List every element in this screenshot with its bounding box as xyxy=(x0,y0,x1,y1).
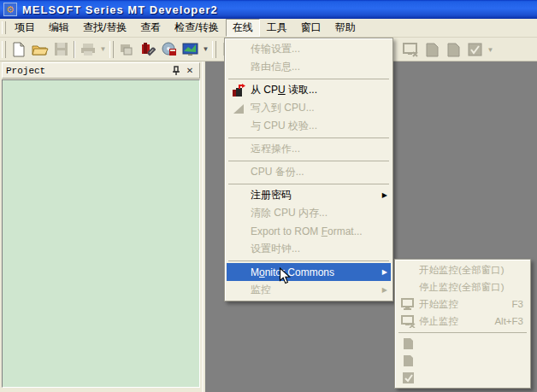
menu-help[interactable]: 帮助 xyxy=(328,19,363,37)
window-title: MELSOFT Series MT Developer2 xyxy=(22,3,218,16)
menu-item-monitor[interactable]: 监控▶ xyxy=(227,281,391,299)
menu-separator xyxy=(228,161,389,161)
stop-monitor-icon xyxy=(403,43,419,57)
submenu-arrow-icon: ▶ xyxy=(379,268,391,276)
device-test-button[interactable] xyxy=(464,39,486,60)
submenu-item-start-monitor-all-windows[interactable]: 开始监控(全部窗口) xyxy=(397,261,528,278)
save-project-button[interactable] xyxy=(50,39,72,60)
new-project-button[interactable] xyxy=(8,39,29,60)
toolbar-separator xyxy=(74,41,75,58)
device-test-icon xyxy=(468,43,483,57)
submenu-item-stop-monitor-all-windows[interactable]: 停止监控(全部窗口) xyxy=(397,278,528,295)
write-to-cpu-icon xyxy=(232,102,245,115)
submenu-arrow-icon: ▶ xyxy=(379,286,391,294)
page-icon xyxy=(425,42,440,57)
monitor-commons-submenu: 开始监控(全部窗口) 停止监控(全部窗口) 开始监控 F3 停止监控 Alt+F… xyxy=(394,259,531,389)
melsoft-window: { "window": { "title": "MELSOFT Series M… xyxy=(0,0,537,392)
menu-separator xyxy=(398,332,527,333)
menu-item-write-to-cpu[interactable]: 写入到 CPU... xyxy=(227,99,391,117)
open-folder-icon xyxy=(32,43,49,56)
menu-item-transfer-setup[interactable]: 传输设置... xyxy=(227,40,391,58)
menu-project[interactable]: 项目 xyxy=(8,19,42,37)
project-panel-title: Project xyxy=(6,66,168,76)
submenu-item-device-test[interactable] xyxy=(397,369,528,386)
menu-separator xyxy=(228,260,389,261)
device-entry-monitor-icon xyxy=(402,354,415,367)
new-file-icon xyxy=(11,42,26,57)
window-copy-button[interactable] xyxy=(115,39,137,60)
menu-bar: 项目 编辑 查找/替换 查看 检查/转换 在线 工具 窗口 帮助 xyxy=(0,19,537,38)
menu-item-register-password[interactable]: 注册密码▶ xyxy=(227,186,391,204)
project-panel-header: Project ✕ xyxy=(2,62,200,79)
menu-check-convert[interactable]: 检查/转换 xyxy=(168,19,225,37)
menu-tools[interactable]: 工具 xyxy=(260,19,294,37)
page-button-1[interactable] xyxy=(422,39,443,60)
menu-item-verify-with-cpu[interactable]: 与 CPU 校验... xyxy=(227,117,391,135)
menu-item-clear-cpu-memory[interactable]: 清除 CPU 内存... xyxy=(227,204,391,222)
toolbar-grip[interactable] xyxy=(212,41,216,58)
menu-find-replace[interactable]: 查找/替换 xyxy=(76,19,133,37)
device-test-icon xyxy=(402,372,415,384)
start-monitor-icon xyxy=(401,298,416,311)
right-dropdown-arrow-icon[interactable]: ▼ xyxy=(486,39,495,60)
menu-item-monitor-commons[interactable]: Monitor Commons▶ xyxy=(227,263,391,281)
menu-item-cpu-backup[interactable]: CPU 备份... xyxy=(227,163,391,181)
menu-view[interactable]: 查看 xyxy=(133,19,168,37)
menubar-grip[interactable] xyxy=(2,21,6,34)
submenu-item-start-monitor[interactable]: 开始监控 F3 xyxy=(397,295,528,313)
submenu-item-stop-monitor[interactable]: 停止监控 Alt+F3 xyxy=(397,313,528,330)
write-to-cpu-icon xyxy=(140,42,156,56)
toolbar-right-group: ▼ xyxy=(400,39,495,60)
read-from-cpu-icon xyxy=(232,84,245,97)
page-icon xyxy=(446,42,461,57)
shortcut-label: Alt+F3 xyxy=(494,316,523,326)
monitor-mode-icon xyxy=(182,43,198,56)
submenu-item-device-batch-monitor[interactable] xyxy=(397,335,528,352)
submenu-item-device-entry-monitor[interactable] xyxy=(397,352,528,369)
print-icon xyxy=(80,43,96,56)
menu-separator xyxy=(228,137,389,138)
stop-monitor-icon xyxy=(401,315,416,328)
menu-online[interactable]: 在线 xyxy=(226,19,260,37)
save-icon xyxy=(54,42,68,56)
mouse-cursor-icon xyxy=(279,267,292,285)
open-project-button[interactable] xyxy=(29,39,50,60)
menu-item-routing-info[interactable]: 路由信息... xyxy=(227,58,391,76)
menu-separator xyxy=(228,184,389,184)
menu-item-read-from-cpu[interactable]: 从 CPU 读取... xyxy=(227,81,391,99)
online-dropdown-menu: 传输设置... 路由信息... 从 CPU 读取... 写入到 CPU... 与… xyxy=(224,38,393,301)
device-batch-monitor-icon xyxy=(402,337,415,350)
read-from-cpu-icon xyxy=(162,42,177,56)
page-button-2[interactable] xyxy=(443,39,464,60)
monitor-mode-button[interactable] xyxy=(180,39,201,60)
stop-monitor-button[interactable] xyxy=(400,39,422,60)
project-tree-area[interactable] xyxy=(2,79,200,388)
write-to-cpu-button[interactable] xyxy=(137,39,158,60)
print-dropdown-arrow-icon[interactable]: ▼ xyxy=(98,39,108,60)
toolbar-grip[interactable] xyxy=(109,41,114,58)
menu-item-export-rom-format[interactable]: Export to ROM Format... xyxy=(227,222,391,240)
read-from-cpu-button[interactable] xyxy=(158,39,180,60)
monitor-dropdown-arrow-icon[interactable]: ▼ xyxy=(201,39,210,60)
submenu-arrow-icon: ▶ xyxy=(379,191,391,199)
menu-window[interactable]: 窗口 xyxy=(294,19,328,37)
project-panel: Project ✕ xyxy=(0,61,204,392)
toolbar-grip[interactable] xyxy=(2,41,6,58)
shortcut-label: F3 xyxy=(512,299,523,309)
app-gears-icon: ⚙ xyxy=(3,3,17,16)
menu-edit[interactable]: 编辑 xyxy=(42,19,76,37)
menu-item-set-clock[interactable]: 设置时钟... xyxy=(227,240,391,258)
print-button[interactable] xyxy=(77,39,98,60)
menu-separator xyxy=(228,79,389,79)
pin-icon[interactable] xyxy=(170,65,182,77)
window-copy-icon xyxy=(119,43,134,56)
close-icon[interactable]: ✕ xyxy=(184,65,196,77)
title-bar[interactable]: ⚙ MELSOFT Series MT Developer2 xyxy=(0,0,537,19)
menu-item-remote-operation[interactable]: 远程操作... xyxy=(227,140,391,158)
